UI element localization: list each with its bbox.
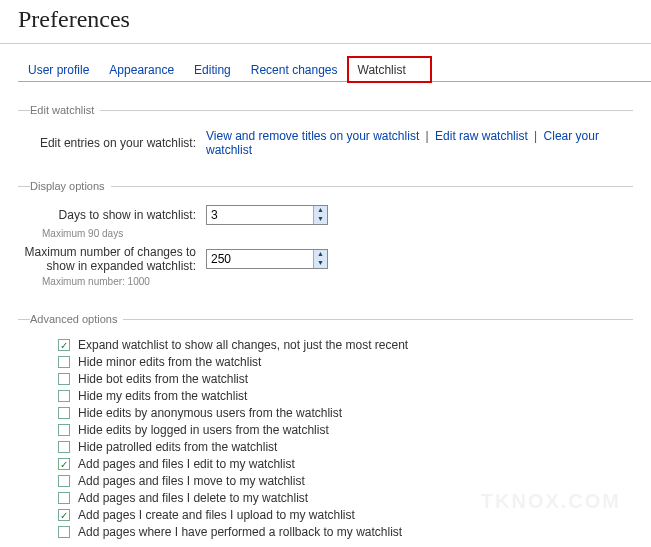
edit-raw-link[interactable]: Edit raw watchlist xyxy=(435,129,528,143)
max-changes-label: Maximum number of changes to show in exp… xyxy=(18,245,206,273)
checkbox[interactable] xyxy=(58,424,70,436)
max-changes-hint: Maximum number: 1000 xyxy=(42,276,633,287)
checkbox[interactable] xyxy=(58,407,70,419)
tab-user-profile[interactable]: User profile xyxy=(18,57,99,82)
view-remove-link[interactable]: View and remove titles on your watchlist xyxy=(206,129,419,143)
option-label: Hide patrolled edits from the watchlist xyxy=(78,440,277,454)
days-label: Days to show in watchlist: xyxy=(18,208,206,222)
checkbox[interactable] xyxy=(58,441,70,453)
checkbox[interactable] xyxy=(58,356,70,368)
option-label: Hide my edits from the watchlist xyxy=(78,389,247,403)
option-row: Add pages and files I move to my watchli… xyxy=(58,474,633,488)
option-label: Add pages I create and files I upload to… xyxy=(78,508,355,522)
option-label: Hide minor edits from the watchlist xyxy=(78,355,261,369)
option-row: Hide patrolled edits from the watchlist xyxy=(58,440,633,454)
advanced-options-legend: Advanced options xyxy=(30,313,123,325)
display-options-legend: Display options xyxy=(30,180,111,192)
option-row: Hide edits by anonymous users from the w… xyxy=(58,406,633,420)
tab-editing[interactable]: Editing xyxy=(184,57,241,82)
max-changes-spinner[interactable]: ▲▼ xyxy=(313,250,327,268)
checkbox[interactable]: ✓ xyxy=(58,458,70,470)
page-title: Preferences xyxy=(0,0,651,44)
edit-entries-links: View and remove titles on your watchlist… xyxy=(206,129,633,157)
max-changes-input[interactable] xyxy=(207,250,313,268)
option-row: Hide my edits from the watchlist xyxy=(58,389,633,403)
tabs: User profile Appearance Editing Recent c… xyxy=(18,56,651,82)
tab-watchlist[interactable]: Watchlist xyxy=(348,57,431,82)
option-label: Add pages and files I delete to my watch… xyxy=(78,491,308,505)
days-hint: Maximum 90 days xyxy=(42,228,633,239)
option-label: Add pages where I have performed a rollb… xyxy=(78,525,402,539)
option-label: Add pages and files I move to my watchli… xyxy=(78,474,305,488)
option-row: Hide edits by logged in users from the w… xyxy=(58,423,633,437)
checkbox[interactable] xyxy=(58,492,70,504)
tab-appearance[interactable]: Appearance xyxy=(99,57,184,82)
option-label: Hide edits by logged in users from the w… xyxy=(78,423,329,437)
option-row: Hide minor edits from the watchlist xyxy=(58,355,633,369)
option-row: Hide bot edits from the watchlist xyxy=(58,372,633,386)
checkbox[interactable] xyxy=(58,475,70,487)
option-row: ✓Expand watchlist to show all changes, n… xyxy=(58,338,633,352)
days-spinner[interactable]: ▲▼ xyxy=(313,206,327,224)
tab-recent-changes[interactable]: Recent changes xyxy=(241,57,348,82)
content: Edit watchlist Edit entries on your watc… xyxy=(0,82,651,547)
option-row: Add pages where I have performed a rollb… xyxy=(58,525,633,539)
option-row: Add pages and files I delete to my watch… xyxy=(58,491,633,505)
edit-watchlist-section: Edit watchlist Edit entries on your watc… xyxy=(18,104,633,166)
days-input[interactable] xyxy=(207,206,313,224)
option-label: Hide bot edits from the watchlist xyxy=(78,372,248,386)
checkbox[interactable]: ✓ xyxy=(58,509,70,521)
edit-entries-label: Edit entries on your watchlist: xyxy=(18,136,206,150)
option-label: Hide edits by anonymous users from the w… xyxy=(78,406,342,420)
edit-watchlist-legend: Edit watchlist xyxy=(30,104,100,116)
checkbox[interactable] xyxy=(58,390,70,402)
option-label: Expand watchlist to show all changes, no… xyxy=(78,338,408,352)
checkbox[interactable] xyxy=(58,373,70,385)
option-label: Add pages and files I edit to my watchli… xyxy=(78,457,295,471)
advanced-options-section: Advanced options ✓Expand watchlist to sh… xyxy=(18,313,633,547)
max-changes-input-wrapper: ▲▼ xyxy=(206,249,328,269)
option-row: ✓Add pages I create and files I upload t… xyxy=(58,508,633,522)
days-input-wrapper: ▲▼ xyxy=(206,205,328,225)
checkbox[interactable]: ✓ xyxy=(58,339,70,351)
checkbox[interactable] xyxy=(58,526,70,538)
display-options-section: Display options Days to show in watchlis… xyxy=(18,180,633,299)
option-row: ✓Add pages and files I edit to my watchl… xyxy=(58,457,633,471)
